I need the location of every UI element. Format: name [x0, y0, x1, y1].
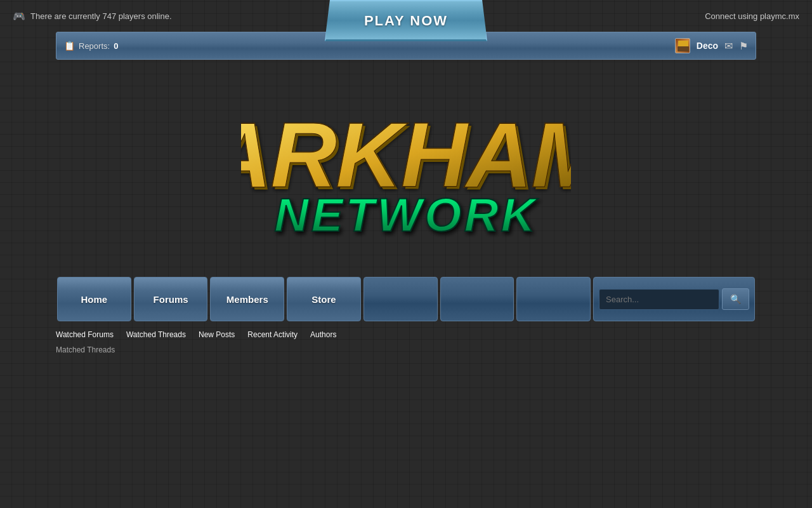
sub-nav-watched-forums[interactable]: Watched Forums [56, 330, 114, 339]
play-now-container: PLAY NOW [325, 0, 487, 41]
sub-nav-new-posts[interactable]: New Posts [199, 330, 235, 339]
nav-home-button[interactable]: Home [57, 277, 131, 321]
flag-icon[interactable]: ⚑ [739, 40, 748, 52]
reports-count: 0 [114, 41, 118, 51]
username: Deco [697, 41, 718, 51]
logo-svg: ARKHAM ARKHAM ARKHAM NETWORK [241, 79, 571, 257]
sub-nav-watched-threads[interactable]: Watched Threads [126, 330, 186, 339]
avatar [675, 38, 690, 53]
players-online: 🎮 There are currently 747 players online… [13, 10, 172, 22]
search-input[interactable] [599, 289, 719, 310]
sub-nav-authors[interactable]: Authors [310, 330, 336, 339]
nav-container: Home Forums Members Store 🔍 [56, 276, 756, 323]
reports-icon: 📋 [64, 41, 75, 51]
svg-text:NETWORK: NETWORK [274, 188, 538, 241]
sub-nav: Watched Forums Watched Threads New Posts… [56, 328, 756, 342]
sub-nav-recent-activity[interactable]: Recent Activity [247, 330, 298, 339]
mail-icon[interactable]: ✉ [724, 40, 733, 52]
matched-threads-label: Matched Threads [56, 345, 115, 354]
search-area: 🔍 [593, 277, 755, 321]
matched-threads: Matched Threads [56, 345, 756, 354]
controller-icon: 🎮 [13, 10, 25, 22]
nav-members-button[interactable]: Members [210, 277, 284, 321]
reports-left: 📋 Reports: 0 [64, 41, 118, 51]
players-text: There are currently 747 players online. [30, 11, 172, 21]
search-button[interactable]: 🔍 [722, 288, 749, 310]
play-now-button[interactable]: PLAY NOW [325, 0, 487, 41]
nav-empty-3-button[interactable] [516, 277, 591, 321]
reports-right: Deco ✉ ⚑ [675, 38, 748, 53]
reports-label: Reports: [79, 41, 110, 51]
nav-forums-button[interactable]: Forums [134, 277, 208, 321]
connect-info: Connect using playmc.mx [705, 11, 799, 21]
top-bar: 🎮 There are currently 747 players online… [0, 0, 812, 32]
logo-container: ARKHAM ARKHAM ARKHAM NETWORK [0, 79, 812, 257]
nav-empty-2-button[interactable] [440, 277, 514, 321]
nav-store-button[interactable]: Store [287, 277, 361, 321]
nav-empty-1-button[interactable] [363, 277, 438, 321]
